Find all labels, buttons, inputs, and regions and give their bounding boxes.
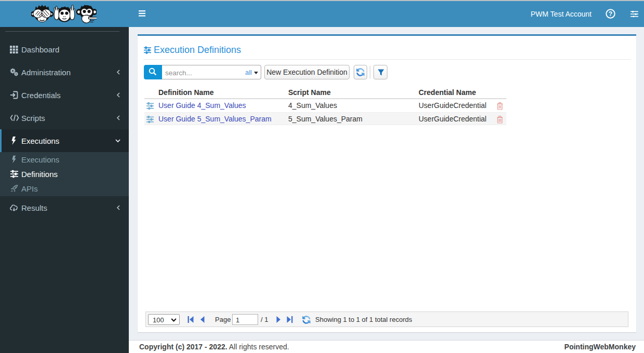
svg-text:?: ? [609,10,612,18]
